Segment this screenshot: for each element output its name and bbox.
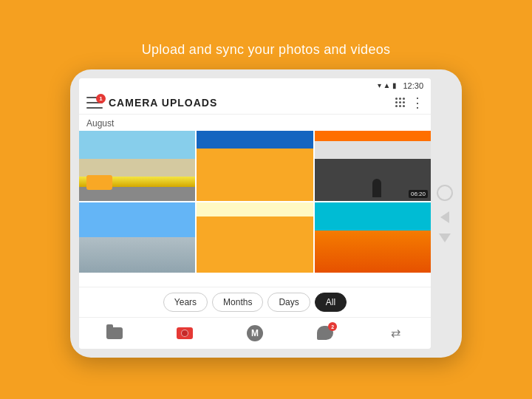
chat-icon: 2 xyxy=(317,326,333,340)
content-area: August 06:20 Years Months xyxy=(79,115,431,317)
toolbar-actions: ⋮ xyxy=(395,96,423,109)
tablet-frame: ▾ ▲ ▮ 12:30 1 CAMERA UPLOADS xyxy=(70,69,462,358)
tablet-screen: ▾ ▲ ▮ 12:30 1 CAMERA UPLOADS xyxy=(79,78,431,349)
photo-cell-rainy[interactable]: 06:20 xyxy=(315,131,431,201)
grid-view-button[interactable] xyxy=(395,98,405,107)
filter-years[interactable]: Years xyxy=(163,293,208,312)
filter-days[interactable]: Days xyxy=(267,293,310,312)
chat-badge: 2 xyxy=(328,322,337,331)
transfer-icon: ⇄ xyxy=(387,328,403,338)
toolbar-title: CAMERA UPLOADS xyxy=(109,97,389,109)
filter-bar: Years Months Days All xyxy=(79,287,431,317)
toolbar: 1 CAMERA UPLOADS ⋮ xyxy=(79,92,431,115)
photo-cell-bottom-right[interactable] xyxy=(315,202,431,273)
photo-grid: 06:20 xyxy=(79,131,431,287)
status-icons: ▾ ▲ ▮ xyxy=(378,81,398,89)
photo-cell-tram[interactable] xyxy=(79,131,195,201)
signal-icon: ▲ xyxy=(383,81,391,89)
wifi-icon: ▾ xyxy=(378,81,381,89)
photo-cell-bottom-left[interactable] xyxy=(79,202,195,273)
mega-icon: M xyxy=(247,325,263,341)
folder-icon xyxy=(106,327,123,339)
bottom-nav: M 2 ⇄ xyxy=(79,317,431,349)
photo-cell-yellow[interactable] xyxy=(197,131,313,201)
photo-cell-bottom-mid[interactable] xyxy=(197,202,313,273)
nav-chat[interactable]: 2 xyxy=(312,322,338,344)
status-bar: ▾ ▲ ▮ 12:30 xyxy=(79,78,431,92)
menu-button-wrap: 1 xyxy=(86,97,103,109)
back-button[interactable] xyxy=(440,211,449,223)
status-time: 12:30 xyxy=(403,81,423,90)
nav-mega[interactable]: M xyxy=(242,322,268,344)
section-label: August xyxy=(79,115,431,131)
notification-badge: 1 xyxy=(96,94,106,103)
video-duration: 06:20 xyxy=(409,190,428,198)
nav-down-button[interactable] xyxy=(439,233,451,242)
tablet-side-buttons xyxy=(437,185,453,242)
page-title: Upload and sync your photos and videos xyxy=(142,42,391,58)
battery-icon: ▮ xyxy=(392,81,397,89)
nav-folder[interactable] xyxy=(101,322,128,344)
nav-transfer[interactable]: ⇄ xyxy=(382,322,409,344)
camera-icon xyxy=(177,327,193,339)
filter-all[interactable]: All xyxy=(315,293,347,312)
overflow-menu-button[interactable]: ⋮ xyxy=(411,96,423,109)
home-button[interactable] xyxy=(437,185,453,201)
nav-camera[interactable] xyxy=(171,322,198,344)
filter-months[interactable]: Months xyxy=(212,293,263,312)
